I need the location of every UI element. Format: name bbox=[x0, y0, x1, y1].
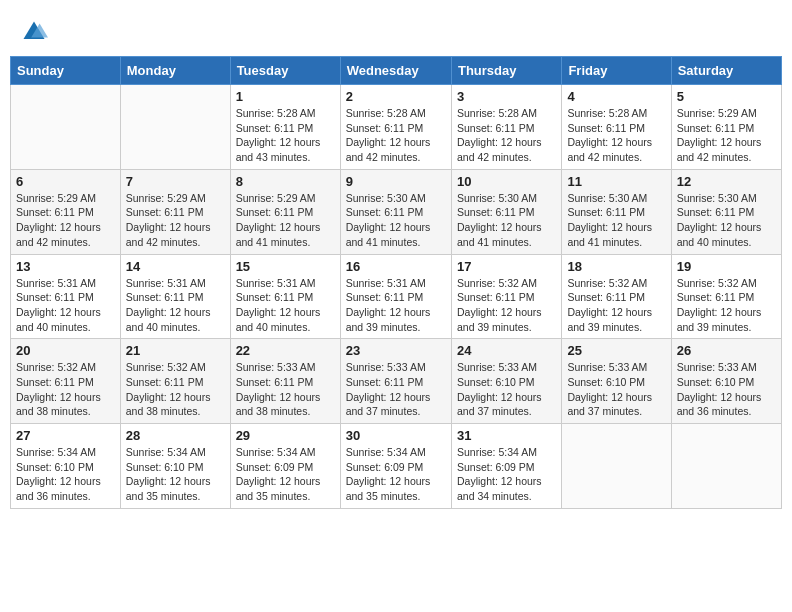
calendar-cell: 2Sunrise: 5:28 AMSunset: 6:11 PMDaylight… bbox=[340, 85, 451, 170]
day-number: 18 bbox=[567, 259, 665, 274]
day-number: 20 bbox=[16, 343, 115, 358]
day-number: 8 bbox=[236, 174, 335, 189]
day-info: Sunrise: 5:34 AMSunset: 6:10 PMDaylight:… bbox=[16, 445, 115, 504]
day-number: 16 bbox=[346, 259, 446, 274]
day-info: Sunrise: 5:28 AMSunset: 6:11 PMDaylight:… bbox=[346, 106, 446, 165]
calendar-week-row: 13Sunrise: 5:31 AMSunset: 6:11 PMDayligh… bbox=[11, 254, 782, 339]
day-info: Sunrise: 5:33 AMSunset: 6:10 PMDaylight:… bbox=[677, 360, 776, 419]
day-number: 4 bbox=[567, 89, 665, 104]
day-number: 10 bbox=[457, 174, 556, 189]
day-info: Sunrise: 5:33 AMSunset: 6:11 PMDaylight:… bbox=[346, 360, 446, 419]
day-number: 26 bbox=[677, 343, 776, 358]
calendar-cell: 16Sunrise: 5:31 AMSunset: 6:11 PMDayligh… bbox=[340, 254, 451, 339]
calendar-week-row: 6Sunrise: 5:29 AMSunset: 6:11 PMDaylight… bbox=[11, 169, 782, 254]
calendar-cell: 7Sunrise: 5:29 AMSunset: 6:11 PMDaylight… bbox=[120, 169, 230, 254]
day-number: 21 bbox=[126, 343, 225, 358]
logo bbox=[20, 18, 52, 46]
weekday-header-wednesday: Wednesday bbox=[340, 57, 451, 85]
calendar-cell: 1Sunrise: 5:28 AMSunset: 6:11 PMDaylight… bbox=[230, 85, 340, 170]
calendar-week-row: 20Sunrise: 5:32 AMSunset: 6:11 PMDayligh… bbox=[11, 339, 782, 424]
day-info: Sunrise: 5:30 AMSunset: 6:11 PMDaylight:… bbox=[677, 191, 776, 250]
day-number: 27 bbox=[16, 428, 115, 443]
day-info: Sunrise: 5:29 AMSunset: 6:11 PMDaylight:… bbox=[16, 191, 115, 250]
calendar-cell: 27Sunrise: 5:34 AMSunset: 6:10 PMDayligh… bbox=[11, 424, 121, 509]
weekday-header-sunday: Sunday bbox=[11, 57, 121, 85]
day-info: Sunrise: 5:31 AMSunset: 6:11 PMDaylight:… bbox=[16, 276, 115, 335]
day-info: Sunrise: 5:32 AMSunset: 6:11 PMDaylight:… bbox=[16, 360, 115, 419]
day-info: Sunrise: 5:30 AMSunset: 6:11 PMDaylight:… bbox=[457, 191, 556, 250]
day-info: Sunrise: 5:29 AMSunset: 6:11 PMDaylight:… bbox=[126, 191, 225, 250]
day-number: 7 bbox=[126, 174, 225, 189]
logo-icon bbox=[20, 18, 48, 46]
weekday-header-thursday: Thursday bbox=[451, 57, 561, 85]
calendar-cell: 10Sunrise: 5:30 AMSunset: 6:11 PMDayligh… bbox=[451, 169, 561, 254]
day-number: 25 bbox=[567, 343, 665, 358]
calendar-cell: 3Sunrise: 5:28 AMSunset: 6:11 PMDaylight… bbox=[451, 85, 561, 170]
weekday-header-saturday: Saturday bbox=[671, 57, 781, 85]
calendar-cell: 28Sunrise: 5:34 AMSunset: 6:10 PMDayligh… bbox=[120, 424, 230, 509]
day-number: 29 bbox=[236, 428, 335, 443]
calendar-cell: 12Sunrise: 5:30 AMSunset: 6:11 PMDayligh… bbox=[671, 169, 781, 254]
day-info: Sunrise: 5:32 AMSunset: 6:11 PMDaylight:… bbox=[677, 276, 776, 335]
day-number: 31 bbox=[457, 428, 556, 443]
day-number: 1 bbox=[236, 89, 335, 104]
day-number: 2 bbox=[346, 89, 446, 104]
calendar-cell: 31Sunrise: 5:34 AMSunset: 6:09 PMDayligh… bbox=[451, 424, 561, 509]
day-info: Sunrise: 5:34 AMSunset: 6:10 PMDaylight:… bbox=[126, 445, 225, 504]
day-info: Sunrise: 5:33 AMSunset: 6:10 PMDaylight:… bbox=[457, 360, 556, 419]
calendar-cell: 20Sunrise: 5:32 AMSunset: 6:11 PMDayligh… bbox=[11, 339, 121, 424]
day-info: Sunrise: 5:31 AMSunset: 6:11 PMDaylight:… bbox=[346, 276, 446, 335]
day-info: Sunrise: 5:33 AMSunset: 6:11 PMDaylight:… bbox=[236, 360, 335, 419]
day-info: Sunrise: 5:34 AMSunset: 6:09 PMDaylight:… bbox=[346, 445, 446, 504]
day-info: Sunrise: 5:34 AMSunset: 6:09 PMDaylight:… bbox=[236, 445, 335, 504]
day-info: Sunrise: 5:32 AMSunset: 6:11 PMDaylight:… bbox=[567, 276, 665, 335]
day-info: Sunrise: 5:34 AMSunset: 6:09 PMDaylight:… bbox=[457, 445, 556, 504]
day-number: 9 bbox=[346, 174, 446, 189]
calendar-cell: 17Sunrise: 5:32 AMSunset: 6:11 PMDayligh… bbox=[451, 254, 561, 339]
calendar-cell: 14Sunrise: 5:31 AMSunset: 6:11 PMDayligh… bbox=[120, 254, 230, 339]
calendar-cell: 6Sunrise: 5:29 AMSunset: 6:11 PMDaylight… bbox=[11, 169, 121, 254]
calendar-cell: 5Sunrise: 5:29 AMSunset: 6:11 PMDaylight… bbox=[671, 85, 781, 170]
day-number: 17 bbox=[457, 259, 556, 274]
day-info: Sunrise: 5:32 AMSunset: 6:11 PMDaylight:… bbox=[126, 360, 225, 419]
day-info: Sunrise: 5:31 AMSunset: 6:11 PMDaylight:… bbox=[126, 276, 225, 335]
day-number: 24 bbox=[457, 343, 556, 358]
day-info: Sunrise: 5:33 AMSunset: 6:10 PMDaylight:… bbox=[567, 360, 665, 419]
calendar-week-row: 1Sunrise: 5:28 AMSunset: 6:11 PMDaylight… bbox=[11, 85, 782, 170]
day-number: 30 bbox=[346, 428, 446, 443]
day-number: 22 bbox=[236, 343, 335, 358]
calendar-table: SundayMondayTuesdayWednesdayThursdayFrid… bbox=[10, 56, 782, 509]
day-number: 12 bbox=[677, 174, 776, 189]
calendar-cell: 15Sunrise: 5:31 AMSunset: 6:11 PMDayligh… bbox=[230, 254, 340, 339]
calendar-header-row: SundayMondayTuesdayWednesdayThursdayFrid… bbox=[11, 57, 782, 85]
day-number: 11 bbox=[567, 174, 665, 189]
day-number: 15 bbox=[236, 259, 335, 274]
calendar-cell: 8Sunrise: 5:29 AMSunset: 6:11 PMDaylight… bbox=[230, 169, 340, 254]
calendar-cell: 24Sunrise: 5:33 AMSunset: 6:10 PMDayligh… bbox=[451, 339, 561, 424]
day-number: 3 bbox=[457, 89, 556, 104]
calendar-cell: 30Sunrise: 5:34 AMSunset: 6:09 PMDayligh… bbox=[340, 424, 451, 509]
calendar-cell: 4Sunrise: 5:28 AMSunset: 6:11 PMDaylight… bbox=[562, 85, 671, 170]
calendar-cell: 22Sunrise: 5:33 AMSunset: 6:11 PMDayligh… bbox=[230, 339, 340, 424]
day-info: Sunrise: 5:28 AMSunset: 6:11 PMDaylight:… bbox=[457, 106, 556, 165]
calendar-cell bbox=[11, 85, 121, 170]
day-info: Sunrise: 5:29 AMSunset: 6:11 PMDaylight:… bbox=[677, 106, 776, 165]
day-info: Sunrise: 5:31 AMSunset: 6:11 PMDaylight:… bbox=[236, 276, 335, 335]
day-number: 5 bbox=[677, 89, 776, 104]
calendar-cell: 29Sunrise: 5:34 AMSunset: 6:09 PMDayligh… bbox=[230, 424, 340, 509]
day-number: 23 bbox=[346, 343, 446, 358]
page-header bbox=[10, 10, 782, 50]
day-info: Sunrise: 5:28 AMSunset: 6:11 PMDaylight:… bbox=[567, 106, 665, 165]
calendar-cell: 25Sunrise: 5:33 AMSunset: 6:10 PMDayligh… bbox=[562, 339, 671, 424]
weekday-header-tuesday: Tuesday bbox=[230, 57, 340, 85]
calendar-cell: 19Sunrise: 5:32 AMSunset: 6:11 PMDayligh… bbox=[671, 254, 781, 339]
calendar-cell bbox=[120, 85, 230, 170]
day-info: Sunrise: 5:30 AMSunset: 6:11 PMDaylight:… bbox=[567, 191, 665, 250]
calendar-cell: 11Sunrise: 5:30 AMSunset: 6:11 PMDayligh… bbox=[562, 169, 671, 254]
day-number: 19 bbox=[677, 259, 776, 274]
day-info: Sunrise: 5:30 AMSunset: 6:11 PMDaylight:… bbox=[346, 191, 446, 250]
calendar-cell: 9Sunrise: 5:30 AMSunset: 6:11 PMDaylight… bbox=[340, 169, 451, 254]
calendar-cell: 26Sunrise: 5:33 AMSunset: 6:10 PMDayligh… bbox=[671, 339, 781, 424]
weekday-header-friday: Friday bbox=[562, 57, 671, 85]
calendar-cell: 23Sunrise: 5:33 AMSunset: 6:11 PMDayligh… bbox=[340, 339, 451, 424]
